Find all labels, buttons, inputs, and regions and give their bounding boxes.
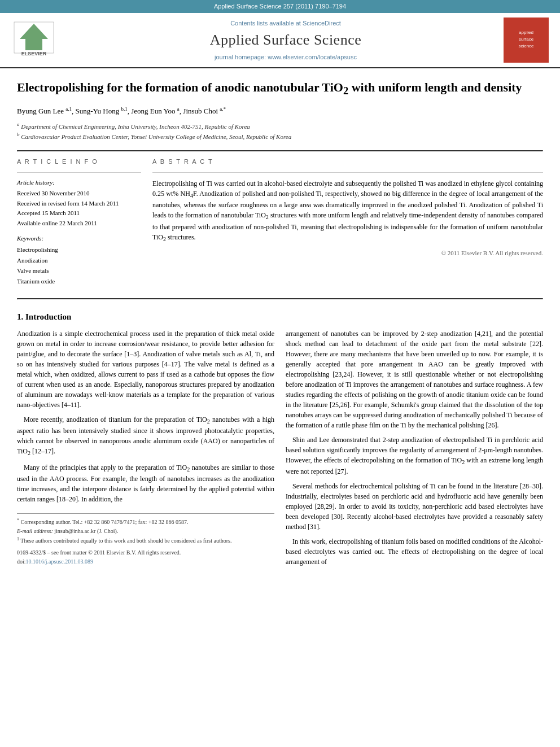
affiliation-a: a Department of Chemical Engineering, In… <box>17 121 543 131</box>
keyword-titanium-oxide: Titanium oxide <box>17 276 141 287</box>
journal-homepage: journal homepage: www.elsevier.com/locat… <box>68 53 504 62</box>
sciencedirect-link: Contents lists available at ScienceDirec… <box>68 19 504 28</box>
footnotes: * Corresponding author. Tel.: +82 32 860… <box>17 513 274 566</box>
copyright: © 2011 Elsevier B.V. All rights reserved… <box>152 249 543 257</box>
footnote-corresponding: * Corresponding author. Tel.: +82 32 860… <box>17 517 274 527</box>
homepage-url: www.elsevier.com/locate/apsusc <box>268 54 357 60</box>
svg-text:applied: applied <box>519 30 533 35</box>
header-divider <box>17 150 543 152</box>
keyword-anodization: Anodization <box>17 255 141 266</box>
article-info-abstract: A R T I C L E I N F O Article history: R… <box>17 158 543 286</box>
footnote-equal: 1 These authors contributed equally to t… <box>17 536 274 545</box>
svg-text:ELSEVIER: ELSEVIER <box>21 51 47 56</box>
keyword-valve-metals: Valve metals <box>17 265 141 276</box>
article-info-divider <box>17 172 141 173</box>
journal-citation-bar: Applied Surface Science 257 (2011) 7190–… <box>0 0 560 13</box>
intro-heading: 1. Introduction <box>17 311 543 323</box>
svg-text:science: science <box>518 43 534 49</box>
footnote-email: E-mail address: jinsub@inha.ac.kr (J. Ch… <box>17 527 274 536</box>
history-title: Article history: <box>17 178 141 187</box>
authors-line: Byung Gun Lee a,1, Sung-Yu Hong b,1, Jeo… <box>17 106 543 117</box>
history-received: Received 30 November 2010 <box>17 189 141 199</box>
affiliation-b: b Cardiovascular Product Evaluation Cent… <box>17 131 543 141</box>
history-online: Available online 22 March 2011 <box>17 219 141 229</box>
homepage-label: journal homepage: <box>215 54 266 60</box>
body-col-right: arrangement of nanotubes can be improved… <box>286 329 543 571</box>
journal-title: Applied Surface Science <box>68 30 504 50</box>
svg-text:surface: surface <box>519 37 534 42</box>
right-para-4: In this work, electropolishing of titani… <box>286 536 543 567</box>
article-title: Electropolishing for the formation of an… <box>17 80 543 98</box>
abstract-text: Electropolishing of Ti was carried out i… <box>152 178 543 243</box>
svg-marker-1 <box>20 24 48 50</box>
intro-para-1: Anodization is a simple electrochemical … <box>17 329 274 410</box>
doi-line: doi:10.1016/j.apsusc.2011.03.089 <box>17 557 274 566</box>
body-columns: Anodization is a simple electrochemical … <box>17 329 543 571</box>
intro-para-2: More recently, anodization of titanium f… <box>17 414 274 458</box>
abstract-label: A B S T R A C T <box>152 158 543 166</box>
elsevier-logo: ELSEVIER <box>11 19 56 62</box>
history-revised: Received in revised form 14 March 2011 <box>17 199 141 209</box>
section-divider <box>17 298 543 300</box>
journal-logo-right: applied surface science <box>504 18 549 63</box>
doi-section: 0169-4332/$ – see front matter © 2011 El… <box>17 548 274 566</box>
journal-citation: Applied Surface Science 257 (2011) 7190–… <box>214 3 346 10</box>
issn-line: 0169-4332/$ – see front matter © 2011 El… <box>17 548 274 557</box>
article-info-col: A R T I C L E I N F O Article history: R… <box>17 158 141 286</box>
right-para-3: Several methods for electrochemical poli… <box>286 481 543 532</box>
keywords-section: Keywords: Electropolishing Anodization V… <box>17 234 141 287</box>
right-para-2: Shin and Lee demonstrated that 2-step an… <box>286 435 543 477</box>
keywords-title: Keywords: <box>17 234 141 243</box>
affiliations: a Department of Chemical Engineering, In… <box>17 121 543 141</box>
journal-header: ELSEVIER Contents lists available at Sci… <box>0 13 560 68</box>
history-accepted: Accepted 15 March 2011 <box>17 208 141 219</box>
keyword-electropolishing: Electropolishing <box>17 244 141 255</box>
article-history: Article history: Received 30 November 20… <box>17 178 141 229</box>
body-col-left: Anodization is a simple electrochemical … <box>17 329 274 571</box>
article-info-label: A R T I C L E I N F O <box>17 158 141 166</box>
intro-para-3: Many of the principles that apply to the… <box>17 462 274 504</box>
right-para-1: arrangement of nanotubes can be improved… <box>286 329 543 430</box>
abstract-divider <box>152 172 543 173</box>
main-content: Electropolishing for the formation of an… <box>0 68 560 583</box>
journal-center: Contents lists available at ScienceDirec… <box>68 19 504 62</box>
introduction-section: 1. Introduction Anodization is a simple … <box>17 311 543 571</box>
abstract-col: A B S T R A C T Electropolishing of Ti w… <box>152 158 543 286</box>
